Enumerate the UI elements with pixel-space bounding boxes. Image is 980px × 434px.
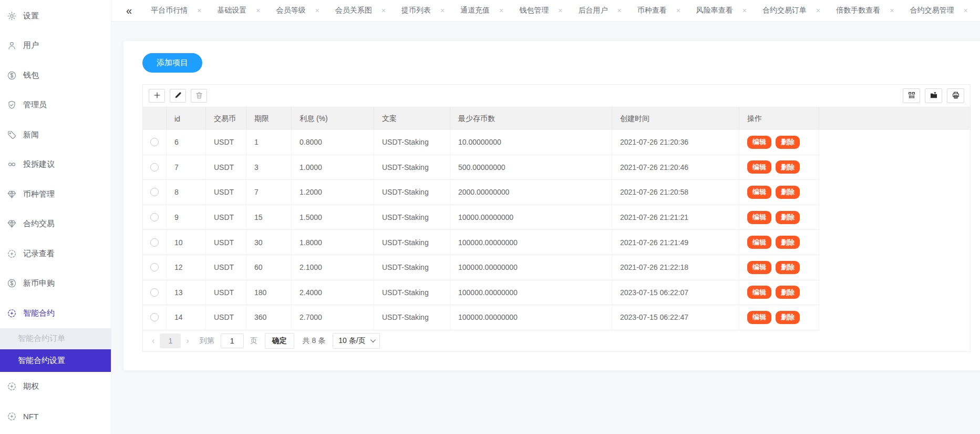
cell-created: 2021-07-26 21:20:46 (612, 155, 739, 180)
table-row: 8USDT71.2000USDT-Staking2000.00000000202… (143, 180, 819, 205)
export-button[interactable] (925, 88, 942, 103)
cell-min: 500.00000000 (450, 155, 612, 180)
confirm-page-button[interactable]: 确定 (265, 333, 294, 349)
delete-button[interactable]: 删除 (776, 261, 800, 274)
sidebar-subitem-智能合约设置[interactable]: 智能合约设置 (0, 349, 111, 372)
tab-close-icon[interactable]: × (197, 7, 201, 14)
filter-columns-button[interactable] (903, 88, 920, 103)
tab-合约交易管理[interactable]: 合约交易管理 × (910, 6, 967, 15)
next-page-icon[interactable]: › (184, 336, 191, 346)
tab-close-icon[interactable]: × (440, 7, 445, 14)
edit-button[interactable]: 编辑 (747, 186, 771, 199)
tabs-scroll-left-icon[interactable]: « (126, 5, 132, 16)
row-radio[interactable] (150, 188, 159, 196)
delete-button[interactable]: 删除 (776, 286, 800, 299)
row-radio[interactable] (150, 263, 159, 271)
sidebar-item-合约交易[interactable]: 合约交易 (0, 209, 111, 239)
delete-row-button[interactable] (191, 89, 207, 103)
tab-币种查看[interactable]: 币种查看 × (637, 6, 680, 15)
sidebar-item-投拆建议[interactable]: 投拆建议 (0, 150, 111, 180)
goto-page-input[interactable] (221, 334, 244, 348)
tab-list: 平台币行情 × 基础设置 × 会员等级 × 会员关系图 × 提币列表 × 通道充… (151, 6, 980, 15)
sidebar-item-钱包[interactable]: 钱包 (0, 60, 111, 90)
sidebar-subitem-智能合约订单[interactable]: 智能合约订单 (0, 328, 111, 349)
cell-text: USDT-Staking (374, 155, 450, 180)
tab-close-icon[interactable]: × (256, 7, 260, 14)
row-radio[interactable] (150, 163, 159, 171)
header-filler (819, 107, 970, 130)
row-radio[interactable] (150, 138, 159, 146)
delete-button[interactable]: 删除 (776, 236, 800, 249)
tab-通道充值[interactable]: 通道充值 × (460, 6, 503, 15)
cell-created: 2023-07-15 06:22:07 (612, 280, 739, 305)
delete-button[interactable]: 删除 (776, 136, 800, 149)
page-size-select[interactable]: 10 条/页 (333, 333, 379, 349)
current-page[interactable]: 1 (160, 334, 181, 348)
tab-钱包管理[interactable]: 钱包管理 × (519, 6, 562, 15)
sidebar-item-新币申购[interactable]: 新币申购 (0, 269, 111, 299)
sidebar-item-新闻[interactable]: 新闻 (0, 120, 111, 150)
tab-close-icon[interactable]: × (381, 7, 386, 14)
tab-会员等级[interactable]: 会员等级 × (276, 6, 319, 15)
sidebar-item-记录查看[interactable]: 记录查看 (0, 239, 111, 269)
edit-button[interactable]: 编辑 (747, 261, 771, 274)
tab-提币列表[interactable]: 提币列表 × (401, 6, 445, 15)
tab-close-icon[interactable]: × (499, 7, 503, 14)
tab-会员关系图[interactable]: 会员关系图 × (335, 6, 386, 15)
sidebar-item-设置[interactable]: 设置 (0, 1, 111, 31)
cell-term: 3 (246, 155, 292, 180)
sidebar-item-期权[interactable]: 期权 (0, 372, 111, 402)
delete-button[interactable]: 删除 (776, 160, 800, 174)
row-radio[interactable] (150, 313, 159, 321)
tab-后台用户[interactable]: 后台用户 × (578, 6, 621, 15)
row-radio[interactable] (150, 238, 159, 247)
cell-id: 8 (167, 180, 206, 205)
goto-page-label: 到第 (200, 336, 214, 346)
tab-倍数手数查看[interactable]: 倍数手数查看 × (836, 6, 894, 15)
tab-close-icon[interactable]: × (617, 7, 621, 14)
row-select-cell (143, 130, 167, 155)
tab-合约交易订单[interactable]: 合约交易订单 × (762, 6, 820, 15)
delete-button[interactable]: 删除 (776, 186, 800, 199)
prev-page-icon[interactable]: ‹ (150, 336, 157, 346)
gem-icon (6, 189, 17, 199)
print-button[interactable] (947, 88, 964, 103)
delete-button[interactable]: 删除 (776, 311, 800, 324)
sidebar-item-币种管理[interactable]: 币种管理 (0, 179, 111, 209)
row-radio[interactable] (150, 288, 159, 297)
tab-风险率查看[interactable]: 风险率查看 × (696, 6, 747, 15)
add-row-button[interactable] (149, 89, 165, 103)
row-radio[interactable] (150, 213, 159, 221)
delete-button[interactable]: 删除 (776, 211, 800, 224)
tab-close-icon[interactable]: × (816, 7, 820, 14)
cell-rate: 0.8000 (292, 130, 374, 155)
page-size-value: 10 条/页 (338, 336, 365, 346)
edit-button[interactable]: 编辑 (747, 136, 771, 149)
cell-text: USDT-Staking (374, 280, 450, 305)
add-item-button[interactable]: 添加项目 (142, 53, 202, 73)
chevron-down-icon (370, 337, 376, 342)
table-row: 6USDT10.8000USDT-Staking10.000000002021-… (143, 130, 819, 155)
sidebar-menu: 设置 用户 钱包 管理员 新闻 投拆建议 币种管理 合约交易 记录查看 新币申购… (0, 1, 111, 431)
tab-close-icon[interactable]: × (676, 7, 680, 14)
sidebar-item-NFT[interactable]: NFT (0, 401, 111, 431)
edit-button[interactable]: 编辑 (747, 160, 771, 174)
tab-close-icon[interactable]: × (558, 7, 562, 14)
cell-min: 100000.00000000 (450, 255, 612, 280)
tab-基础设置[interactable]: 基础设置 × (217, 6, 260, 15)
edit-button[interactable]: 编辑 (747, 311, 771, 324)
sidebar-item-用户[interactable]: 用户 (0, 31, 111, 61)
tab-close-icon[interactable]: × (963, 7, 967, 14)
tab-close-icon[interactable]: × (890, 7, 894, 14)
edit-button[interactable]: 编辑 (747, 286, 771, 299)
tab-平台币行情[interactable]: 平台币行情 × (151, 6, 201, 15)
sidebar-item-管理员[interactable]: 管理员 (0, 90, 111, 120)
print-icon (952, 91, 960, 101)
edit-row-button[interactable] (170, 89, 186, 103)
edit-button[interactable]: 编辑 (747, 211, 771, 224)
tab-close-icon[interactable]: × (315, 7, 319, 14)
edit-button[interactable]: 编辑 (747, 236, 771, 249)
sidebar-item-智能合约[interactable]: 智能合约 (0, 298, 111, 328)
table-body: 6USDT10.8000USDT-Staking10.000000002021-… (143, 130, 970, 330)
tab-close-icon[interactable]: × (742, 7, 747, 14)
